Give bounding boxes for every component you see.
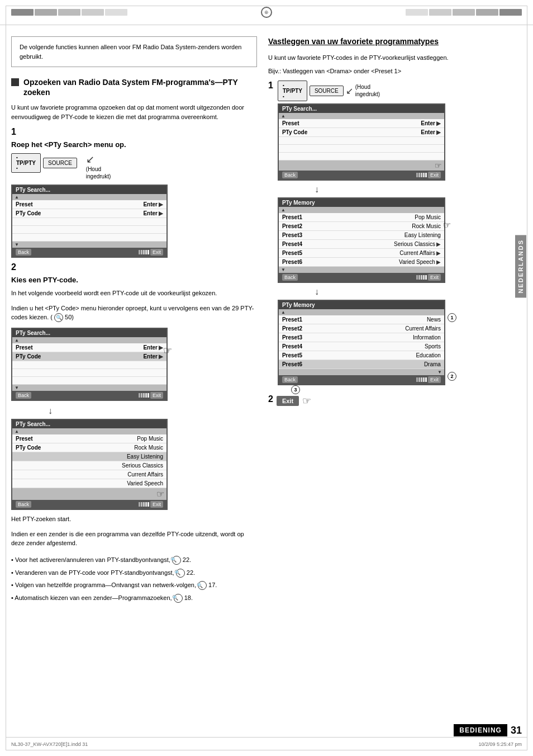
exit-button[interactable]: Exit — [428, 274, 441, 281]
menu2-title: PTy Search... — [12, 329, 166, 337]
exit-button[interactable]: Exit — [150, 392, 163, 399]
nederlands-label: NEDERLANDS — [515, 235, 526, 297]
menu-row — [12, 361, 166, 369]
menu-row: Preset4 Serious Classics ▶ — [279, 240, 444, 249]
menu-row: Preset6 Varied Speech ▶ — [279, 258, 444, 267]
menu-row: Preset1 News — [279, 315, 444, 324]
bottom-right-text: 10/2/09 5:25:47 pm — [478, 741, 522, 747]
bottom-left-text: NL30-37_KW-AVX720[E]1.indd 31 — [11, 741, 88, 747]
menu-row-highlighted: PTy Code Enter ▶ — [12, 352, 166, 361]
menu-row: Preset2 Current Affairs — [279, 324, 444, 333]
circle-1: 1 — [446, 313, 456, 322]
menu-row: Preset2 Rock Music — [279, 222, 444, 231]
menu-row: Preset3 Easy Listening — [279, 231, 444, 240]
right-menu-screen-3: PTy Memory ▲ Preset1 News Preset2 Curren… — [278, 300, 445, 385]
bottom-bar: NL30-37_KW-AVX720[E]1.indd 31 10/2/09 5:… — [6, 737, 527, 750]
menu-row — [12, 369, 166, 377]
back-button[interactable]: Back — [16, 392, 31, 399]
menu-row: Preset3 Information — [279, 333, 444, 342]
menu-row: Preset1 Pop Music ☞ — [279, 213, 444, 222]
circle-3: 3 — [290, 385, 300, 394]
menu-row: Preset5 Education — [279, 351, 444, 360]
back-button[interactable]: Back — [282, 376, 298, 383]
page-number: 31 — [511, 725, 522, 736]
circle-2: 2 — [446, 372, 456, 381]
menu-row-drama: Preset6 Drama — [279, 360, 444, 369]
bediening-label: BEDIENING — [454, 724, 507, 736]
exit-button[interactable]: Exit — [428, 376, 441, 383]
right-menu3-bottom: Back Exit — [279, 375, 444, 384]
back-button[interactable]: Back — [282, 274, 298, 281]
right-menu-screen-2: PTy Memory ▲ Preset1 Pop Music ☞ Preset2… — [278, 197, 445, 283]
menu-screen-2: PTy Search... ▲ Preset Enter ▶ PTy Code … — [11, 328, 168, 401]
menu2-bottom-bar: Back Exit — [12, 391, 166, 400]
hand-pointer-icon: ☞ — [163, 344, 172, 357]
menu-row: Preset5 Current Affairs ▶ — [279, 249, 444, 258]
menu-row: Preset4 Sports — [279, 342, 444, 351]
bediening-footer: BEDIENING 31 — [454, 724, 522, 736]
tppty-button[interactable]: • TP/PTY • — [11, 153, 41, 173]
menu-row: Preset Enter ▶ — [12, 343, 166, 352]
right-menu2-bottom: Back Exit — [279, 273, 444, 282]
menu-row — [12, 377, 166, 385]
